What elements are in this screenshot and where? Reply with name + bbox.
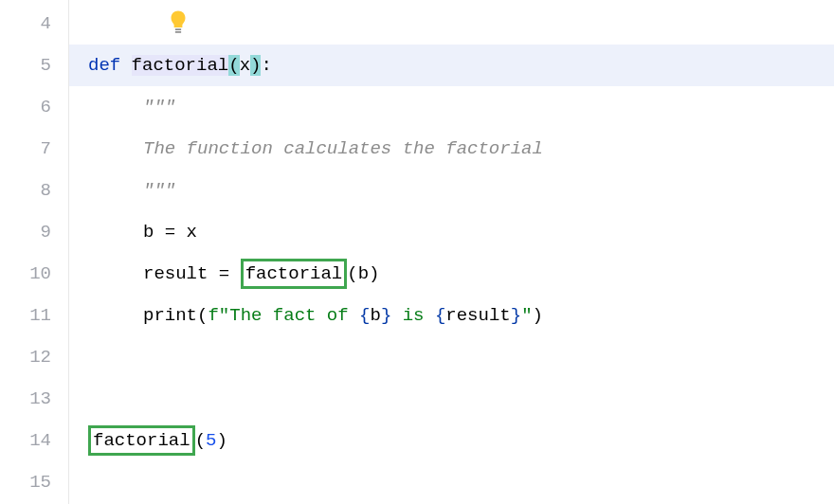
code-line-13[interactable] (69, 378, 834, 420)
code-editor[interactable]: def factorial(x): """ The function calcu… (69, 0, 834, 504)
paren: ( (197, 305, 208, 326)
fstring-brace: { (435, 305, 445, 326)
keyword-def: def (88, 55, 132, 76)
line-number[interactable]: 13 (0, 378, 68, 420)
paren: ) (533, 305, 543, 326)
code-line-15[interactable] (69, 461, 834, 503)
fstring-brace: { (359, 305, 370, 326)
paren-close-highlight: ) (250, 55, 261, 76)
line-number-label: 14 (29, 430, 51, 451)
line-number-label: 12 (29, 347, 51, 368)
line-number[interactable]: 15 (0, 461, 68, 503)
paren: ) (216, 430, 227, 451)
parameter: x (240, 55, 250, 76)
line-number-gutter: 4 5 6 7 8 9 10 11 12 13 14 15 (0, 0, 69, 504)
paren-open-highlight: ( (228, 55, 239, 76)
line-number-label: 7 (41, 138, 51, 159)
line-number[interactable]: 6 (0, 86, 68, 128)
docstring-quotes: """ (143, 97, 175, 117)
line-number[interactable]: 10 (0, 253, 68, 295)
line-number-label: 4 (41, 13, 51, 34)
line-number[interactable]: 12 (0, 336, 68, 378)
line-number[interactable]: 7 (0, 128, 68, 170)
docstring-quotes: """ (143, 180, 175, 201)
line-number[interactable]: 8 (0, 170, 68, 211)
line-number[interactable]: 14 (0, 420, 68, 461)
line-number-label: 10 (29, 263, 51, 284)
line-number[interactable]: 11 (0, 295, 68, 336)
line-number-label: 9 (41, 222, 51, 243)
lightbulb-icon[interactable] (169, 9, 188, 36)
colon: : (261, 55, 271, 76)
code-line-7[interactable]: The function calculates the factorial (69, 128, 834, 170)
line-number-label: 6 (41, 97, 51, 117)
code-line-6[interactable]: """ (69, 86, 834, 128)
line-number-label: 13 (29, 388, 51, 409)
fstring-brace: } (511, 305, 521, 326)
number-literal: 5 (206, 430, 216, 451)
svg-rect-1 (175, 31, 181, 33)
line-number-label: 5 (41, 55, 51, 76)
line-number[interactable]: 9 (0, 211, 68, 253)
code-line-14[interactable]: factorial(5) (69, 420, 834, 461)
string-text: is (391, 305, 435, 326)
line-number-label: 15 (29, 472, 51, 493)
builtin-print: print (143, 305, 197, 326)
paren: ( (195, 430, 206, 451)
code-line-10[interactable]: result = factorial(b) (69, 253, 834, 295)
code-assignment: b = x (143, 222, 197, 243)
docstring-text: The function calculates the factorial (143, 138, 543, 159)
code-text: result = (143, 263, 241, 284)
string-quote: " (219, 305, 229, 326)
code-text: (b) (347, 263, 379, 284)
code-line-8[interactable]: """ (69, 170, 834, 211)
line-number-label: 11 (29, 305, 51, 326)
code-line-5[interactable]: def factorial(x): (69, 45, 834, 86)
fstring-var: b (370, 305, 380, 326)
line-number-label: 8 (41, 180, 51, 201)
code-line-11[interactable]: print(f"The fact of {b} is {result}") (69, 295, 834, 336)
fstring-brace: } (381, 305, 391, 326)
string-quote: " (521, 305, 532, 326)
fstring-var: result (445, 305, 510, 326)
function-name: factorial (132, 55, 229, 76)
line-number[interactable]: 5 (0, 45, 68, 86)
string-text: The fact of (229, 305, 359, 326)
line-number[interactable]: 4 (0, 3, 68, 45)
svg-rect-0 (175, 28, 181, 30)
code-line-12[interactable] (69, 336, 834, 378)
usage-highlight-box[interactable]: factorial (88, 425, 195, 456)
usage-highlight-box[interactable]: factorial (241, 259, 348, 289)
code-line-9[interactable]: b = x (69, 211, 834, 253)
fstring-prefix: f (208, 305, 218, 326)
